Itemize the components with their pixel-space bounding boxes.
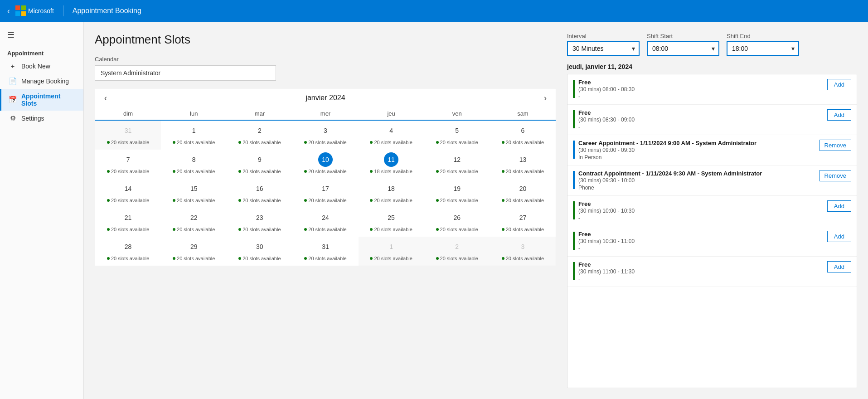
sidebar-item-manage-booking[interactable]: 📄 Manage Booking [0, 73, 83, 89]
calendar-day-cell[interactable]: 2020 slots available [490, 179, 556, 208]
calendar-day-cell[interactable]: 2920 slots available [161, 237, 227, 266]
sidebar-item-book-new[interactable]: + Book New [0, 58, 83, 73]
slot-count-label: 20 slots available [242, 256, 281, 261]
sidebar-item-settings[interactable]: ⚙ Settings [0, 111, 83, 126]
slot-add-button[interactable]: Add [827, 261, 851, 272]
page-title: Appointment Slots [95, 33, 556, 47]
slot-count-label: 20 slots available [308, 227, 346, 232]
calendar-day-cell[interactable]: 2820 slots available [95, 237, 161, 266]
calendar-day-cell[interactable]: 520 slots available [424, 120, 490, 150]
calendar-day-cell[interactable]: 1118 slots available [359, 150, 424, 179]
slot-add-button[interactable]: Add [827, 109, 851, 121]
calendar-day-cell[interactable]: 1620 slots available [227, 179, 292, 208]
slot-dot-icon [107, 228, 110, 231]
slot-sub-info: In Person [578, 154, 816, 161]
calendar-month-title: janvier 2024 [305, 94, 345, 102]
calendar-day-cell[interactable]: 1320 slots available [490, 150, 556, 179]
calendar-day-cell[interactable]: 2320 slots available [227, 208, 292, 237]
calendar-day-slots: 20 slots available [97, 140, 159, 145]
slot-dot-icon [173, 257, 175, 260]
sidebar-item-appointment-slots[interactable]: 📅 Appointment Slots [0, 89, 83, 111]
calendar-label: Calendar [95, 56, 556, 63]
calendar-day-cell[interactable]: 1520 slots available [161, 179, 227, 208]
slot-info: Free(30 mins) 08:00 - 08:30- [578, 79, 824, 100]
calendar-day-cell[interactable]: 2420 slots available [292, 208, 358, 237]
slot-remove-button[interactable]: Remove [820, 140, 851, 151]
calendar-day-cell[interactable]: 1020 slots available [292, 150, 358, 179]
slot-remove-button[interactable]: Remove [820, 170, 851, 181]
slot-count-label: 20 slots available [242, 198, 281, 203]
calendar-day-cell[interactable]: 220 slots available [424, 237, 490, 266]
calendar-day-cell[interactable]: 1420 slots available [95, 179, 161, 208]
slot-action-area: Add [827, 79, 851, 90]
app-layout: ☰ Appointment + Book New 📄 Manage Bookin… [0, 22, 868, 399]
slot-info: Free(30 mins) 10:00 - 10:30- [578, 200, 824, 221]
shift-start-select[interactable]: 08:0009:0007:00 [647, 41, 719, 56]
calendar-day-cell[interactable]: 2720 slots available [490, 208, 556, 237]
slot-status-bar [573, 171, 575, 189]
calendar-day-slots: 20 slots available [426, 198, 488, 203]
calendar-day-cell[interactable]: 120 slots available [359, 237, 424, 266]
slot-status-bar [573, 262, 575, 280]
sidebar-section-label: Appointment [0, 44, 83, 58]
calendar-day-cell[interactable]: 320 slots available [490, 237, 556, 266]
calendar-day-cell[interactable]: 620 slots available [490, 120, 556, 150]
slot-dot-icon [107, 170, 110, 173]
sidebar-item-label: Settings [21, 115, 44, 122]
calendar-day-cell[interactable]: 2220 slots available [161, 208, 227, 237]
slot-dot-icon [304, 170, 307, 173]
calendar-day-number: 4 [384, 123, 398, 138]
slot-time: (30 mins) 10:30 - 11:00 [578, 238, 824, 244]
calendar-day-cell[interactable]: 820 slots available [161, 150, 227, 179]
shift-end-select[interactable]: 18:0017:0019:00 [727, 41, 799, 56]
slot-add-button[interactable]: Add [827, 200, 851, 212]
slot-add-button[interactable]: Add [827, 79, 851, 90]
calendar-day-cell[interactable]: 3020 slots available [227, 237, 292, 266]
calendar-day-number: 7 [121, 152, 136, 167]
slot-add-button[interactable]: Add [827, 231, 851, 242]
calendar-day-slots: 20 slots available [97, 169, 159, 174]
calendar-day-cell[interactable]: 120 slots available [161, 120, 227, 150]
hamburger-menu[interactable]: ☰ [0, 25, 83, 44]
calendar-day-cell[interactable]: 1220 slots available [424, 150, 490, 179]
calendar-day-slots: 20 slots available [426, 140, 488, 145]
document-icon: 📄 [9, 77, 17, 85]
topbar-title: Appointment Booking [73, 7, 141, 15]
calendar-day-cell[interactable]: 1820 slots available [359, 179, 424, 208]
calendar-next-button[interactable]: › [538, 92, 552, 105]
calendar-day-cell[interactable]: 920 slots available [227, 150, 292, 179]
calendar-day-number: 31 [318, 239, 333, 254]
calendar-day-slots: 20 slots available [163, 227, 225, 232]
slot-title: Free [578, 79, 824, 86]
slot-dot-icon [370, 228, 373, 231]
calendar-day-cell[interactable]: 220 slots available [227, 120, 292, 150]
back-button[interactable]: ‹ [7, 6, 10, 16]
calendar-day-cell[interactable]: 2120 slots available [95, 208, 161, 237]
slot-dot-icon [370, 199, 373, 202]
shift-end-label: Shift End [727, 33, 799, 39]
calendar-day-cell[interactable]: 1920 slots available [424, 179, 490, 208]
calendar-day-cell[interactable]: 3120 slots available [292, 237, 358, 266]
interval-select-wrapper: 30 Minutes15 Minutes60 Minutes [567, 41, 640, 56]
slot-dot-icon [370, 170, 373, 173]
calendar-day-cell[interactable]: 3120 slots available [95, 120, 161, 150]
calendar-day-cell[interactable]: 2520 slots available [359, 208, 424, 237]
interval-select[interactable]: 30 Minutes15 Minutes60 Minutes [567, 41, 640, 56]
shift-end-select-wrapper: 18:0017:0019:00 [727, 41, 799, 56]
calendar-day-cell[interactable]: 720 slots available [95, 150, 161, 179]
calendar-day-cell[interactable]: 1720 slots available [292, 179, 358, 208]
slot-dot-icon [238, 199, 241, 202]
slot-item: Free(30 mins) 08:30 - 09:00-Add [567, 105, 857, 135]
calendar-prev-button[interactable]: ‹ [99, 92, 112, 105]
slot-count-label: 20 slots available [111, 169, 149, 174]
sidebar-item-label: Book New [21, 63, 50, 70]
calendar-day-cell[interactable]: 320 slots available [292, 120, 358, 150]
slot-title: Free [578, 109, 824, 116]
calendar-day-cell[interactable]: 420 slots available [359, 120, 424, 150]
calendar-day-slots: 20 slots available [163, 140, 225, 145]
calendar-day-number: 1 [384, 239, 398, 254]
slot-action-area: Add [827, 231, 851, 242]
calendar-days-body: 3120 slots available120 slots available2… [95, 120, 556, 266]
slot-dot-icon [107, 141, 110, 144]
calendar-day-cell[interactable]: 2620 slots available [424, 208, 490, 237]
